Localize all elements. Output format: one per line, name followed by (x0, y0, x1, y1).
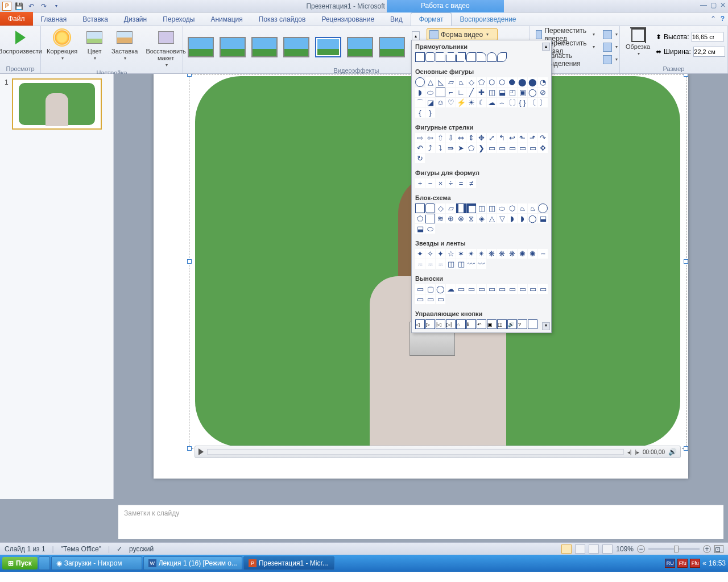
shape-fc-stored[interactable]: ◗ (507, 214, 517, 223)
shape-arrow-callout-l[interactable]: ▭ (497, 143, 507, 153)
shape-callout-border3[interactable]: ▭ (538, 284, 548, 294)
width-input[interactable] (693, 47, 725, 57)
video-style-2[interactable] (220, 37, 246, 57)
shape-fc-merge[interactable]: ▽ (497, 214, 507, 223)
app-icon[interactable]: P (2, 2, 11, 11)
shape-fc-sort[interactable]: ◈ (477, 214, 486, 223)
shape-sun[interactable]: ☀ (466, 98, 476, 107)
shape-action-info[interactable]: ℹ (466, 319, 476, 329)
shape-arrow-down[interactable]: ⇩ (446, 133, 456, 143)
shape-parallelogram[interactable]: ▱ (446, 77, 456, 87)
video-style-5[interactable] (315, 37, 341, 57)
shape-arrow-callout-r[interactable]: ▭ (487, 143, 497, 153)
shape-star12[interactable]: ❋ (497, 249, 507, 259)
sorter-view-button[interactable] (575, 544, 585, 554)
shape-fc-terminator[interactable]: ⬭ (497, 203, 507, 213)
undo-icon[interactable]: ↶ (26, 1, 36, 11)
video-style-6[interactable] (347, 37, 373, 57)
slide-thumbnail[interactable] (12, 78, 102, 130)
height-input[interactable] (692, 32, 723, 42)
shape-action-movie[interactable]: ▣ (487, 319, 497, 329)
shape-action-return[interactable]: ↶ (477, 319, 486, 329)
shape-fc-display[interactable]: ⬭ (425, 224, 435, 234)
shape-arrow-curved-d[interactable]: ⤵ (436, 143, 445, 153)
minimize-icon[interactable]: — (700, 1, 707, 9)
taskbar-item-powerpoint[interactable]: P Презентация1 - Micr... (243, 556, 334, 570)
crop-button[interactable]: Обрезка ▾ (623, 27, 652, 57)
reading-view-button[interactable] (589, 544, 599, 554)
shape-arrow-left[interactable]: ⇦ (425, 133, 435, 143)
tab-insert[interactable]: Вставка (75, 13, 116, 26)
shape-fc-internal[interactable] (466, 203, 476, 213)
file-tab[interactable]: Файл (0, 12, 33, 26)
shape-oval[interactable] (415, 77, 425, 87)
shape-round1[interactable] (477, 52, 486, 62)
shape-fc-alt[interactable] (425, 203, 435, 213)
resize-handle[interactable] (187, 446, 192, 451)
shape-fc-data[interactable]: ▱ (446, 203, 456, 213)
shape-snip1[interactable] (436, 52, 445, 62)
shape-chord[interactable]: ◗ (415, 88, 425, 97)
video-style-7[interactable] (379, 37, 405, 57)
shape-cube[interactable]: ◰ (507, 88, 517, 97)
taskbar-item-word[interactable]: W Лекция 1 (16) [Режим о... (143, 556, 242, 570)
shape-callout-round[interactable]: ▢ (425, 284, 435, 294)
tab-transitions[interactable]: Переходы (155, 13, 202, 26)
reset-design-button[interactable]: Восстановить макет ▾ (143, 27, 188, 69)
shape-snip-round[interactable] (466, 52, 476, 62)
minimize-ribbon-icon[interactable]: ⌃ (710, 15, 716, 23)
shape-left-bracket[interactable]: 〔 (528, 98, 537, 107)
shape-action-help[interactable]: ? (518, 319, 527, 329)
tab-format[interactable]: Формат (411, 13, 452, 26)
shape-plus[interactable]: + (415, 178, 425, 188)
shape-scroll-h[interactable]: ◫ (456, 259, 466, 269)
align-button[interactable]: ▾ (601, 28, 620, 40)
zoom-percent[interactable]: 109% (616, 545, 634, 553)
shape-callout-line3[interactable]: ▭ (477, 284, 486, 294)
shape-callout-accent-border1[interactable]: ▭ (415, 294, 425, 304)
shape-half-frame[interactable]: ⌐ (446, 88, 456, 97)
shape-callout-accent-border3[interactable]: ▭ (436, 294, 445, 304)
normal-view-button[interactable] (561, 544, 572, 554)
shape-fc-prep[interactable]: ⬡ (507, 203, 517, 213)
resize-handle[interactable] (684, 74, 688, 77)
shape-action-home[interactable]: ⌂ (456, 319, 466, 329)
shape-action-end[interactable]: ▷| (446, 319, 456, 329)
shape-star24[interactable]: ✺ (518, 249, 527, 259)
resize-handle[interactable] (187, 74, 192, 77)
shape-l-shape[interactable]: ∟ (456, 88, 466, 97)
shape-smiley[interactable]: ☺ (436, 98, 445, 107)
shape-frame[interactable] (436, 88, 445, 97)
shape-fc-predef[interactable] (456, 203, 466, 213)
fit-window-button[interactable]: ⊡ (714, 545, 723, 553)
video-shape-button[interactable]: Форма видео ▾ (427, 28, 498, 40)
shape-arrow-lup[interactable]: ⬑ (518, 133, 527, 143)
shape-double-wave[interactable]: 〰 (477, 259, 486, 269)
shape-minus[interactable]: − (425, 178, 435, 188)
playback-play-icon[interactable] (198, 448, 204, 455)
shape-fc-delay[interactable]: ◗ (518, 214, 527, 223)
shape-fc-seq[interactable]: ◯ (528, 214, 537, 223)
shape-arrow-right[interactable]: ⇨ (415, 133, 425, 143)
shape-star10[interactable]: ❋ (487, 249, 497, 259)
playback-track[interactable] (207, 449, 624, 455)
shape-arrow-circular[interactable]: ↻ (415, 153, 425, 163)
shape-pie[interactable]: ◔ (538, 77, 548, 87)
play-button[interactable]: Воспроизвести (0, 27, 44, 56)
shape-star8[interactable]: ✴ (477, 249, 486, 259)
tab-view[interactable]: Вид (382, 13, 411, 26)
help-icon[interactable]: ? (721, 15, 725, 23)
shape-fc-tape[interactable]: ≋ (436, 214, 445, 223)
tab-review[interactable]: Рецензирование (313, 13, 382, 26)
shape-callout-line2[interactable]: ▭ (466, 284, 476, 294)
shape-arrow-callout-u[interactable]: ▭ (507, 143, 517, 153)
shape-round2-diag[interactable] (497, 52, 507, 62)
shape-arrow-curved-r[interactable]: ↷ (538, 133, 548, 143)
video-style-4[interactable] (283, 37, 309, 57)
quick-launch[interactable] (39, 556, 50, 570)
redo-icon[interactable]: ↷ (39, 1, 49, 11)
shape-fc-magnetic[interactable]: ⬓ (538, 214, 548, 223)
shape-ribbon-curved-down[interactable]: ⎓ (436, 259, 445, 269)
taskbar-item-chrome[interactable]: ◉ Загрузки - Нихром (51, 556, 142, 570)
shape-fc-extract[interactable]: △ (487, 214, 497, 223)
